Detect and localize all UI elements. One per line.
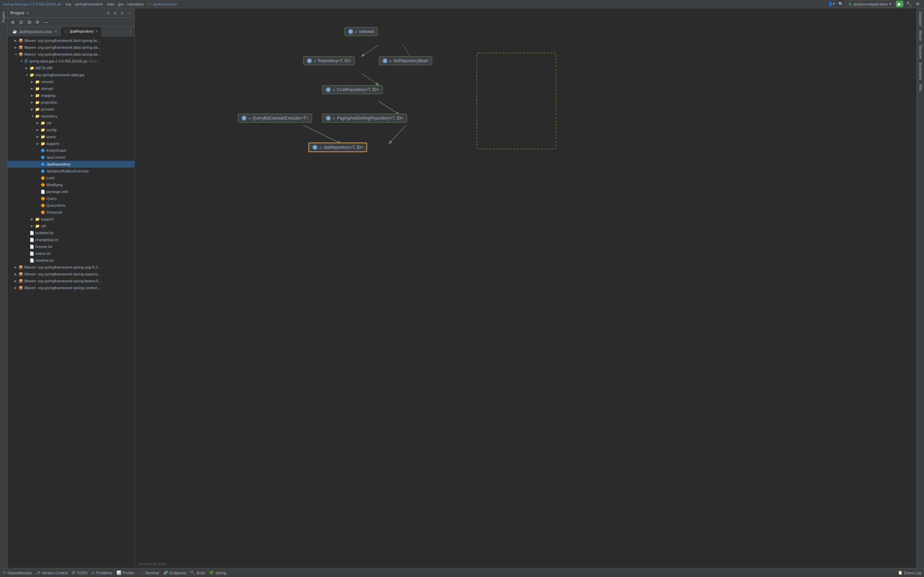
tree-domain[interactable]: ▶ 📁 domain: [8, 85, 134, 92]
profiler-icon: 📊: [116, 571, 121, 575]
tree-projection[interactable]: ▶ 📁 projection: [8, 99, 134, 106]
pagingandsortingrepository-node[interactable]: I ● PagingAndSortingRepository<T, ID>: [322, 114, 407, 122]
tree-modifying[interactable]: ▶ 🔶 Modifying: [8, 181, 134, 188]
tree-temporal[interactable]: ▶ 🔶 Temporal: [8, 209, 134, 216]
tree-changelog[interactable]: ▶ 📄 changelog.txt: [8, 236, 134, 243]
tree-packageinfo[interactable]: ▶ 📄 package-info: [8, 188, 134, 195]
tree-lock[interactable]: ▶ 🔶 Lock: [8, 174, 134, 181]
structure-tab[interactable]: Structure: [919, 43, 922, 61]
collapse-all-btn[interactable]: ⊟: [17, 19, 25, 26]
jparepository-node[interactable]: I ● JpaRepository<T, ID>: [309, 143, 367, 152]
tree-builddef[interactable]: ▶ 📄 builddef.lst: [8, 229, 134, 236]
tree-maven-2[interactable]: ▶ 📦 Maven: org.springframework.data:spri…: [8, 44, 134, 51]
tree-notice[interactable]: ▶ 📄 notice.txt: [8, 250, 134, 257]
maven-tab[interactable]: Maven: [919, 29, 922, 43]
locate-btn[interactable]: ⊕: [9, 19, 16, 26]
profiler-btn[interactable]: 📊 Profiler: [116, 571, 135, 575]
bookmarks-tab[interactable]: Bookmarks: [919, 61, 922, 82]
tree-maven-aspects[interactable]: ▶ 📦 Maven: org.springframework:spring-as…: [8, 271, 134, 277]
breadcrumb-jparepository[interactable]: JpaRepository: [153, 2, 177, 6]
tree-repository[interactable]: ▼ 📁 repository: [8, 113, 134, 119]
tree-cdi[interactable]: ▶ 📁 cdi: [8, 119, 134, 126]
breadcrumb-data[interactable]: data: [107, 2, 114, 6]
breadcrumb-springframework[interactable]: springframework: [75, 2, 103, 6]
tree-readme[interactable]: ▶ 📄 readme.txt: [8, 257, 134, 264]
panel-settings-btn[interactable]: ⚙: [120, 11, 124, 15]
indexed-node[interactable]: I ● Indexed: [344, 27, 378, 36]
endpoints-btn[interactable]: 🔗 Endpoints: [163, 571, 186, 575]
folder-support-icon: 📁: [40, 142, 45, 146]
expand-all-btn[interactable]: ⊞: [26, 19, 33, 26]
tree-jparepository[interactable]: ▶ 🔷 JpaRepository: [8, 161, 134, 168]
tree-maven-beans[interactable]: ▶ 📦 Maven: org.springframework:spring-be…: [8, 277, 134, 284]
tree-maven-aop[interactable]: ▶ 📦 Maven: org.springframework:spring-ao…: [8, 264, 134, 271]
close-panel-btn[interactable]: —: [42, 19, 50, 26]
tree-support[interactable]: ▶ 📁 support: [8, 140, 134, 147]
file-changelog-icon: 📄: [29, 238, 34, 242]
search-icon-top[interactable]: 🔍: [838, 2, 843, 6]
tree-config[interactable]: ▶ 📁 config: [8, 126, 134, 133]
breadcrumb-org[interactable]: org: [65, 2, 71, 6]
tree-queryann[interactable]: ▶ 🔶 Query: [8, 195, 134, 202]
app-name: JpaDemoApplication: [853, 2, 888, 6]
tab-menu-btn[interactable]: ⋮: [127, 28, 134, 35]
tree-maven-context[interactable]: ▶ 📦 Maven: org.springframework:spring-co…: [8, 284, 134, 291]
version-control-btn[interactable]: ⎇ Version Control: [36, 571, 67, 575]
panel-collapse-btn[interactable]: ⊕: [107, 11, 110, 15]
tree-mapping[interactable]: ▶ 📁 mapping: [8, 92, 134, 99]
breadcrumb-repository[interactable]: repository: [127, 2, 144, 6]
breadcrumb-jar[interactable]: spring-data-jpa-2.3.6.RELEASE.jar: [3, 2, 61, 6]
jar-library-label: librar...: [89, 59, 100, 63]
tree-provider[interactable]: ▶ 📁 provider: [8, 106, 134, 113]
build-button[interactable]: 🔨: [905, 1, 913, 7]
tree-metainf[interactable]: ▶ 📁 META-INF: [8, 64, 134, 71]
tab-jparepository[interactable]: ⬡ JpaRepository ✕: [61, 27, 102, 36]
querybyexample-node[interactable]: I ● QueryByExampleExecutor<T>: [238, 114, 312, 122]
run-button[interactable]: ▶: [896, 1, 903, 7]
tree-convert[interactable]: ▶ 📁 convert: [8, 78, 134, 85]
settings-gear-btn[interactable]: ⚙: [34, 19, 41, 26]
web-tab[interactable]: Web: [919, 82, 922, 93]
panel-expand-btn[interactable]: ⊞: [113, 11, 117, 15]
dependencies-btn[interactable]: ⬡ Dependencies: [3, 571, 32, 575]
tree-maven-3[interactable]: ▼ 📦 Maven: org.springframework.data:spri…: [8, 51, 134, 58]
maven-item-3-label: Maven: org.springframework.data:spring-d…: [24, 52, 101, 56]
tab-close-jpa[interactable]: ✕: [95, 29, 98, 33]
project-tab-strip[interactable]: Project: [2, 10, 5, 24]
tree-license[interactable]: ▶ 📄 license.txt: [8, 243, 134, 250]
norepositorybean-node[interactable]: I ● NoRepositoryBean: [379, 56, 432, 65]
user-icon[interactable]: 👤▾: [828, 2, 835, 6]
arrow-convert: ▶: [31, 80, 35, 84]
breadcrumb-jpa[interactable]: jpa: [118, 2, 123, 6]
tree-queryhints[interactable]: ▶ 🔶 QueryHints: [8, 202, 134, 209]
tree-query[interactable]: ▶ 📁 query: [8, 133, 134, 140]
todo-btn[interactable]: ☰ TODO: [72, 571, 88, 575]
repository-node[interactable]: I ● Repository<T, ID>: [303, 56, 355, 65]
tree-jpaspecification[interactable]: ▶ 🔷 JpaSpecificationExecutor: [8, 168, 134, 174]
tree-entitygraph[interactable]: ▶ 🔷 EntityGraph: [8, 147, 134, 154]
problems-btn[interactable]: ⚠ Problems: [91, 571, 112, 575]
todo-icon: ☰: [72, 571, 75, 575]
tab-jparepository-class[interactable]: ☕ JpaRepository.class ✕: [9, 27, 61, 36]
app-selector[interactable]: ▶ JpaDemoApplication ▾: [846, 1, 895, 7]
tree-util[interactable]: ▶ 📁 util: [8, 222, 134, 229]
terminal-btn[interactable]: ⬛ Terminal: [139, 571, 159, 575]
folder-domain-icon: 📁: [35, 87, 40, 91]
panel-close-btn[interactable]: —: [128, 11, 132, 15]
util-label: util: [41, 224, 46, 228]
database-tab[interactable]: Database: [919, 10, 922, 29]
tree-maven-1[interactable]: ▶ 📦 Maven: org.springframework.boot:spri…: [8, 37, 134, 44]
tree-orgspringframework[interactable]: ▼ 📁 org.springframework.data.jpa: [8, 71, 134, 78]
build-btn[interactable]: 🔨 Build: [191, 571, 205, 575]
tree-jar[interactable]: ▼ 🗄 spring-data-jpa-2.3.6.RELEASE.jar li…: [8, 58, 134, 64]
folder-support2-icon: 📁: [35, 217, 40, 221]
panel-dropdown-icon[interactable]: ▾: [26, 11, 29, 15]
settings-button[interactable]: ⚙: [914, 1, 921, 7]
tree-jpacontext[interactable]: ▶ 🔷 JpaContext: [8, 154, 134, 161]
spring-btn[interactable]: 🌿 Spring: [209, 571, 226, 575]
problems-label: Problems: [96, 571, 112, 575]
event-log-btn[interactable]: 📋 Event Log: [898, 571, 921, 575]
tree-support2[interactable]: ▶ 📁 support: [8, 216, 134, 222]
crudrepository-node[interactable]: I ● CrudRepository<T, ID>: [322, 85, 383, 94]
tab-close-class[interactable]: ✕: [54, 29, 57, 33]
